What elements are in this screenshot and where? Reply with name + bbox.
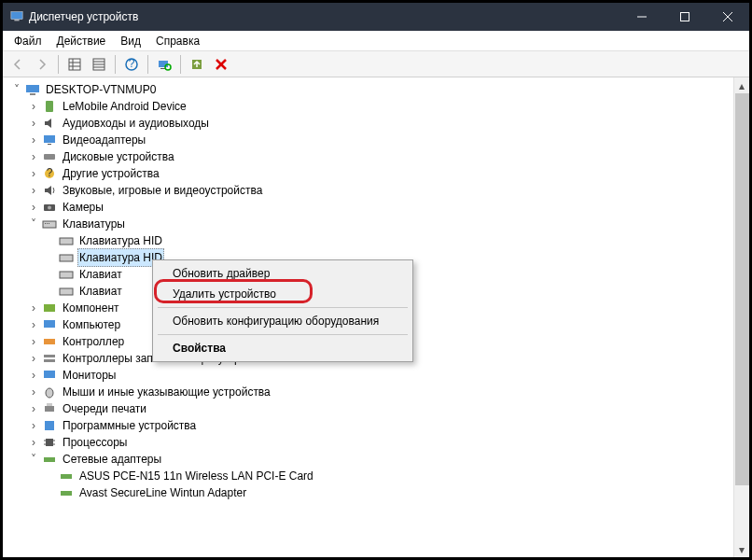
chevron-right-icon[interactable]: › — [27, 385, 40, 399]
chevron-right-icon[interactable]: › — [27, 335, 40, 348]
printer-icon — [42, 401, 57, 416]
menu-file[interactable]: Файл — [8, 33, 48, 49]
svg-rect-39 — [60, 288, 73, 295]
svg-rect-0 — [11, 11, 22, 19]
svg-rect-33 — [45, 223, 46, 224]
menu-action[interactable]: Действие — [51, 33, 112, 49]
svg-rect-42 — [44, 339, 55, 344]
network-icon — [59, 469, 74, 483]
vertical-scrollbar[interactable]: ▴ ▾ — [733, 77, 749, 557]
svg-rect-1 — [14, 20, 19, 21]
tree-item[interactable]: ›Мыши и иные указывающие устройства — [7, 384, 749, 400]
chevron-right-icon[interactable]: › — [27, 133, 40, 147]
minimize-button[interactable] — [620, 3, 663, 31]
display-icon — [42, 133, 57, 147]
svg-rect-37 — [60, 255, 73, 261]
tree-item[interactable]: ›Мониторы — [7, 367, 749, 384]
scrollbar-thumb[interactable] — [735, 93, 749, 485]
chevron-right-icon[interactable]: › — [27, 167, 40, 180]
tree-root[interactable]: ˅ DESKTOP-VTNMUP0 — [7, 81, 749, 98]
chevron-right-icon[interactable]: › — [27, 318, 40, 331]
tree-item[interactable]: ›Видеоадаптеры — [7, 132, 749, 148]
tree-item[interactable]: Avast SecureLine Wintun Adapter — [7, 484, 749, 501]
keyboard-icon — [59, 250, 74, 265]
tree-item[interactable]: ›Программные устройства — [7, 417, 749, 434]
chevron-right-icon[interactable]: › — [27, 117, 40, 130]
svg-rect-38 — [60, 272, 73, 278]
svg-rect-34 — [47, 223, 48, 224]
titlebar: Диспетчер устройств — [3, 3, 749, 31]
chevron-right-icon[interactable]: › — [27, 369, 40, 382]
close-button[interactable] — [706, 3, 749, 31]
svg-point-31 — [48, 206, 51, 210]
chevron-down-icon[interactable]: ˅ — [27, 453, 40, 466]
view-list-button[interactable] — [63, 53, 86, 76]
svg-rect-24 — [46, 101, 53, 112]
scan-hardware-button[interactable] — [153, 53, 175, 76]
forward-button[interactable] — [31, 53, 53, 76]
ctx-properties[interactable]: Свойства — [156, 338, 410, 358]
cpu-icon — [42, 435, 57, 450]
svg-rect-25 — [44, 135, 55, 143]
camera-icon — [42, 200, 57, 215]
chevron-right-icon[interactable]: › — [27, 352, 40, 365]
tree-item-keyboards[interactable]: ˅Клавиатуры — [7, 216, 749, 232]
chevron-right-icon[interactable]: › — [27, 100, 40, 113]
controller-icon — [42, 334, 57, 349]
storage-icon — [42, 351, 57, 366]
chevron-down-icon[interactable]: ˅ — [27, 217, 40, 231]
tree-item[interactable]: Клавиатура HID — [7, 232, 749, 249]
keyboard-icon — [42, 217, 57, 231]
ctx-scan-hardware[interactable]: Обновить конфигурацию оборудования — [156, 311, 410, 331]
svg-rect-43 — [44, 355, 55, 357]
svg-point-46 — [46, 388, 53, 398]
chevron-right-icon[interactable]: › — [27, 301, 40, 315]
maximize-button[interactable] — [663, 3, 706, 31]
svg-rect-27 — [44, 154, 55, 160]
menubar: Файл Действие Вид Справка — [3, 31, 749, 51]
computer-icon — [42, 317, 57, 332]
tree-item[interactable]: ›?Другие устройства — [7, 165, 749, 182]
chevron-right-icon[interactable]: › — [27, 184, 40, 197]
tree-item[interactable]: ›LeMobile Android Device — [7, 98, 749, 115]
svg-rect-3 — [681, 13, 689, 21]
chevron-right-icon[interactable]: › — [27, 402, 40, 415]
scroll-up-button[interactable]: ▴ — [734, 77, 749, 93]
tree-item[interactable]: ›Звуковые, игровые и видеоустройства — [7, 182, 749, 199]
monitor-icon — [42, 368, 57, 383]
chevron-right-icon[interactable]: › — [27, 150, 40, 163]
svg-rect-56 — [61, 474, 72, 479]
chevron-right-icon[interactable]: › — [27, 419, 40, 432]
tree-item[interactable]: ›Очереди печати — [7, 400, 749, 417]
svg-rect-35 — [49, 223, 49, 224]
chevron-right-icon[interactable]: › — [27, 201, 40, 214]
svg-rect-44 — [44, 359, 55, 362]
svg-rect-57 — [61, 491, 72, 496]
back-button[interactable] — [7, 53, 29, 76]
ctx-uninstall[interactable]: Удалить устройство — [156, 284, 410, 304]
keyboard-icon — [59, 267, 74, 282]
update-driver-button[interactable] — [186, 53, 208, 76]
tree-item[interactable]: ›Дисковые устройства — [7, 148, 749, 165]
svg-text:?: ? — [129, 57, 135, 70]
ctx-update-driver[interactable]: Обновить драйвер — [156, 263, 410, 284]
menu-help[interactable]: Справка — [150, 33, 205, 49]
scroll-down-button[interactable]: ▾ — [734, 541, 749, 557]
view-details-button[interactable] — [88, 53, 110, 76]
tree-item[interactable]: ASUS PCE-N15 11n Wireless LAN PCI-E Card — [7, 468, 749, 484]
tree-item-netadapters[interactable]: ˅Сетевые адаптеры — [7, 451, 749, 468]
disk-icon — [42, 149, 57, 164]
svg-rect-55 — [44, 457, 55, 462]
uninstall-button[interactable] — [210, 53, 232, 76]
tree-item[interactable]: ›Процессоры — [7, 434, 749, 451]
toolbar: ? — [3, 51, 749, 77]
svg-rect-50 — [46, 439, 53, 446]
tree-item[interactable]: ›Аудиовходы и аудиовыходы — [7, 115, 749, 132]
menu-view[interactable]: Вид — [115, 33, 146, 49]
help-button[interactable]: ? — [120, 53, 143, 76]
chevron-right-icon[interactable]: › — [27, 436, 40, 449]
chevron-down-icon[interactable]: ˅ — [10, 83, 23, 96]
network-icon — [59, 485, 74, 500]
tree-item[interactable]: ›Камеры — [7, 199, 749, 216]
audio-icon — [42, 116, 57, 131]
